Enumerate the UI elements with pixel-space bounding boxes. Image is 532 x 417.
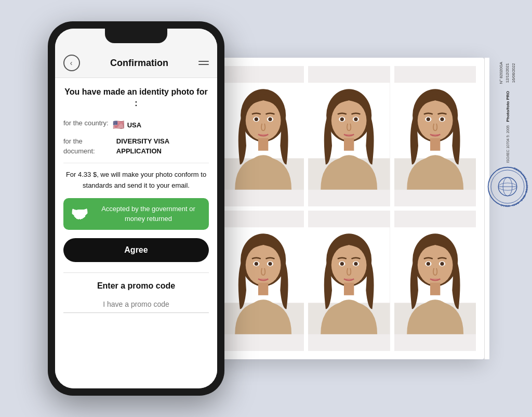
photo-cell-3 <box>394 66 476 206</box>
compliant-stamp: COMPLIANT PHOTOS · ICAO · OACI · WMAO · <box>487 166 528 207</box>
photo-cell-5 <box>308 211 390 351</box>
back-arrow-icon: ‹ <box>70 59 73 67</box>
brand-text: Photo/foto PRO <box>506 91 510 122</box>
guarantee-banner: 🤝 Accepted by the government or money re… <box>63 198 209 229</box>
phone-screen: ‹ Confirmation You have made an identity… <box>55 29 217 388</box>
identity-title: You have made an identity photo for : <box>63 86 209 110</box>
svg-point-8 <box>268 118 272 121</box>
svg-rect-13 <box>344 138 354 151</box>
svg-point-6 <box>255 118 258 121</box>
photo-cell-1 <box>222 66 304 206</box>
divider-1 <box>63 163 209 163</box>
svg-rect-40 <box>344 283 354 295</box>
document-value: DIVERSITY VISA APPLICATION <box>116 136 209 157</box>
header-title: Confirmation <box>110 58 168 69</box>
photo-cell-2 <box>308 66 390 206</box>
svg-rect-49 <box>430 283 440 295</box>
scene: ‹ Confirmation You have made an identity… <box>0 0 532 417</box>
promo-input[interactable] <box>63 296 209 313</box>
document-label: for the document: <box>63 136 112 157</box>
svg-point-33 <box>255 262 258 266</box>
promo-section: Enter a promo code <box>63 272 209 313</box>
photo-sheet: N° 82020GA 12/12/2021 16/06/2022 Photo/f… <box>214 58 484 359</box>
handshake-icon: 🤝 <box>71 205 89 223</box>
app-content: You have made an identity photo for : fo… <box>55 78 217 388</box>
svg-point-17 <box>354 118 358 121</box>
document-row: for the document: DIVERSITY VISA APPLICA… <box>63 136 209 157</box>
country-value: 🇺🇸 USA <box>113 118 141 132</box>
svg-rect-22 <box>430 138 440 151</box>
svg-point-53 <box>440 262 444 266</box>
country-name: USA <box>127 120 141 131</box>
svg-point-26 <box>440 118 444 121</box>
flag-icon: 🇺🇸 <box>113 118 124 132</box>
country-row: for the country: 🇺🇸 USA <box>63 118 209 132</box>
photo-cell-4 <box>222 211 304 351</box>
country-label: for the country: <box>63 118 109 128</box>
svg-point-51 <box>426 262 430 266</box>
sheet-border <box>484 58 489 359</box>
sheet-right-panel: N° 82020GA 12/12/2021 16/06/2022 Photo/f… <box>489 62 526 207</box>
sheet-id-text: N° 82020GA 12/12/2021 16/06/2022 <box>498 62 517 84</box>
menu-button[interactable] <box>198 61 209 65</box>
svg-point-35 <box>268 262 272 266</box>
menu-line-1 <box>198 61 209 62</box>
svg-point-42 <box>340 262 344 266</box>
price-text: For 4.33 $, we will make your photo conf… <box>63 170 209 191</box>
photo-grid <box>222 66 476 351</box>
back-button[interactable]: ‹ <box>63 55 80 71</box>
phone-notch <box>105 29 167 43</box>
guarantee-text: Accepted by the government or money retu… <box>95 204 202 223</box>
svg-point-44 <box>354 262 358 266</box>
photo-cell-6 <box>394 211 476 351</box>
svg-rect-4 <box>258 138 268 151</box>
svg-point-24 <box>426 118 430 121</box>
svg-point-15 <box>340 118 344 121</box>
menu-line-2 <box>198 64 209 65</box>
agree-button[interactable]: Agree <box>63 238 209 262</box>
iso-text: ISO/IEC 10704 5: 2005 <box>506 125 510 163</box>
svg-text:COMPLIANT PHOTOS · ICAO · OACI: COMPLIANT PHOTOS · ICAO · OACI · WMAO · <box>498 167 528 208</box>
promo-title: Enter a promo code <box>63 281 209 291</box>
phone-device: ‹ Confirmation You have made an identity… <box>48 21 224 396</box>
svg-rect-31 <box>258 283 268 295</box>
